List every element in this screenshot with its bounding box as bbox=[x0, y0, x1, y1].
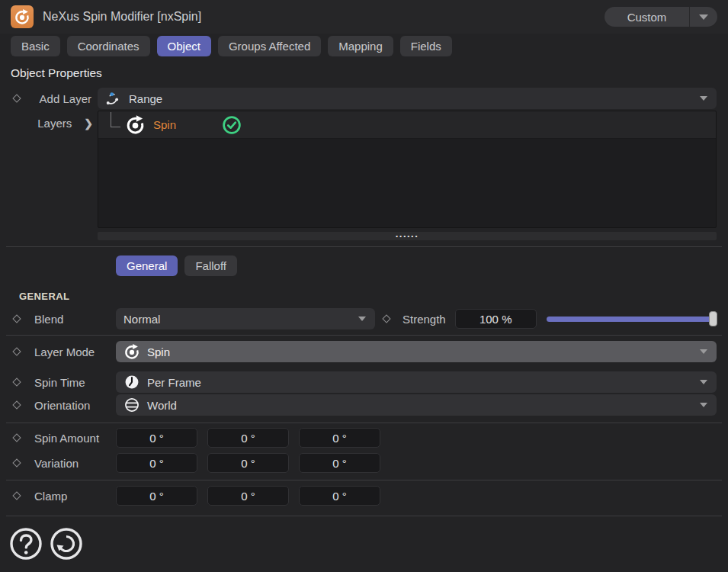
slider-track[interactable] bbox=[547, 317, 717, 322]
chevron-down-icon bbox=[700, 380, 707, 384]
layers-panel[interactable]: Spin bbox=[98, 111, 717, 228]
tab-basic[interactable]: Basic bbox=[11, 36, 60, 56]
spin-time-label: Spin Time bbox=[34, 376, 85, 389]
spin-modifier-icon bbox=[11, 5, 34, 28]
tree-connector bbox=[111, 112, 120, 127]
orientation-row: Orientation World bbox=[0, 394, 717, 416]
preset-dropdown[interactable]: Custom bbox=[605, 7, 717, 27]
subtab-general[interactable]: General bbox=[116, 255, 178, 276]
spin-time-value: Per Frame bbox=[147, 376, 201, 389]
spin-amount-y-input[interactable] bbox=[207, 428, 289, 448]
clamp-label: Clamp bbox=[34, 490, 67, 503]
tab-fields[interactable]: Fields bbox=[400, 36, 452, 56]
preset-dropdown-value: Custom bbox=[605, 11, 689, 24]
diamond-icon bbox=[382, 314, 390, 323]
check-circle-icon[interactable] bbox=[222, 115, 242, 135]
clamp-x-input[interactable] bbox=[116, 486, 197, 506]
footer bbox=[0, 516, 728, 562]
spin-time-dropdown[interactable]: Per Frame bbox=[116, 371, 717, 393]
variation-x-input[interactable] bbox=[116, 453, 197, 473]
diamond-icon bbox=[12, 314, 21, 323]
chevron-down-icon bbox=[358, 317, 366, 321]
blend-strength-row: Blend Normal Strength bbox=[0, 308, 717, 329]
reset-icon[interactable] bbox=[48, 525, 85, 562]
diamond-icon bbox=[12, 347, 21, 355]
world-icon bbox=[123, 397, 140, 413]
spin-amount-x-input[interactable] bbox=[116, 428, 197, 448]
clamp-z-input[interactable] bbox=[299, 486, 380, 506]
layer-item-spin[interactable]: Spin bbox=[98, 111, 716, 139]
group-heading-general: GENERAL bbox=[19, 291, 728, 302]
chevron-down-icon bbox=[700, 403, 707, 407]
layers-block: Layers ❯ Spin bbox=[0, 111, 717, 228]
tab-groups-affected[interactable]: Groups Affected bbox=[218, 36, 321, 56]
tab-mapping[interactable]: Mapping bbox=[328, 36, 393, 56]
window-title: NeXus Spin Modifier [nxSpin] bbox=[43, 10, 201, 24]
blend-label: Blend bbox=[34, 313, 63, 326]
panel-resize-handle[interactable]: ...... bbox=[98, 232, 717, 240]
slider-handle[interactable] bbox=[709, 311, 717, 326]
clamp-y-input[interactable] bbox=[207, 486, 289, 506]
chevron-down-icon bbox=[700, 349, 707, 354]
spin-time-row: Spin Time Per Frame bbox=[0, 371, 717, 393]
spin-amount-row: Spin Amount bbox=[0, 427, 717, 448]
variation-label: Variation bbox=[34, 457, 79, 470]
chevron-right-icon[interactable]: ❯ bbox=[84, 117, 93, 130]
diamond-icon bbox=[12, 378, 21, 386]
blend-dropdown[interactable]: Normal bbox=[116, 308, 375, 329]
layer-mode-value: Spin bbox=[147, 345, 170, 358]
separator bbox=[6, 335, 722, 336]
help-icon[interactable] bbox=[8, 525, 44, 562]
layer-mode-row: Layer Mode Spin bbox=[0, 341, 717, 362]
add-layer-label: Add Layer bbox=[40, 92, 98, 105]
orientation-dropdown[interactable]: World bbox=[116, 394, 717, 416]
strength-slider[interactable] bbox=[547, 311, 717, 326]
diamond-icon bbox=[12, 458, 21, 467]
variation-row: Variation bbox=[0, 452, 717, 474]
title-bar: NeXus Spin Modifier [nxSpin] Custom bbox=[0, 0, 728, 34]
spin-icon bbox=[125, 114, 146, 135]
subtab-falloff[interactable]: Falloff bbox=[184, 255, 237, 276]
orientation-value: World bbox=[147, 399, 177, 412]
sub-tabs: General Falloff bbox=[116, 255, 728, 276]
separator bbox=[6, 480, 722, 480]
resize-grip-dots: ...... bbox=[396, 232, 419, 236]
layer-mode-dropdown[interactable]: Spin bbox=[116, 341, 717, 362]
diamond-icon bbox=[12, 400, 21, 409]
add-layer-row: Add Layer Range bbox=[0, 88, 717, 109]
add-layer-value: Range bbox=[129, 92, 162, 105]
spin-amount-label: Spin Amount bbox=[34, 432, 99, 445]
blend-value: Normal bbox=[123, 313, 160, 326]
section-title-object-properties: Object Properties bbox=[11, 66, 728, 80]
spin-icon bbox=[123, 343, 140, 360]
chevron-down-icon[interactable] bbox=[700, 96, 707, 101]
variation-z-input[interactable] bbox=[299, 453, 380, 473]
range-icon bbox=[105, 90, 122, 107]
diamond-icon bbox=[12, 94, 21, 102]
chevron-down-icon[interactable] bbox=[690, 14, 717, 20]
tab-object[interactable]: Object bbox=[157, 36, 211, 56]
clamp-row: Clamp bbox=[0, 485, 717, 506]
orientation-label: Orientation bbox=[34, 399, 90, 412]
tab-coordinates[interactable]: Coordinates bbox=[67, 36, 150, 56]
separator bbox=[6, 423, 722, 423]
spin-amount-z-input[interactable] bbox=[299, 428, 380, 448]
main-tabs: Basic Coordinates Object Groups Affected… bbox=[11, 36, 728, 56]
layer-item-name: Spin bbox=[153, 118, 176, 131]
separator bbox=[6, 246, 722, 247]
strength-label: Strength bbox=[402, 313, 446, 326]
add-layer-dropdown[interactable]: Range bbox=[98, 88, 717, 109]
layers-label: Layers bbox=[37, 117, 72, 130]
clock-icon bbox=[123, 374, 140, 390]
diamond-icon bbox=[12, 491, 21, 500]
layer-mode-label: Layer Mode bbox=[34, 345, 95, 358]
variation-y-input[interactable] bbox=[207, 453, 289, 473]
strength-input[interactable] bbox=[455, 309, 537, 329]
diamond-icon bbox=[12, 433, 21, 442]
